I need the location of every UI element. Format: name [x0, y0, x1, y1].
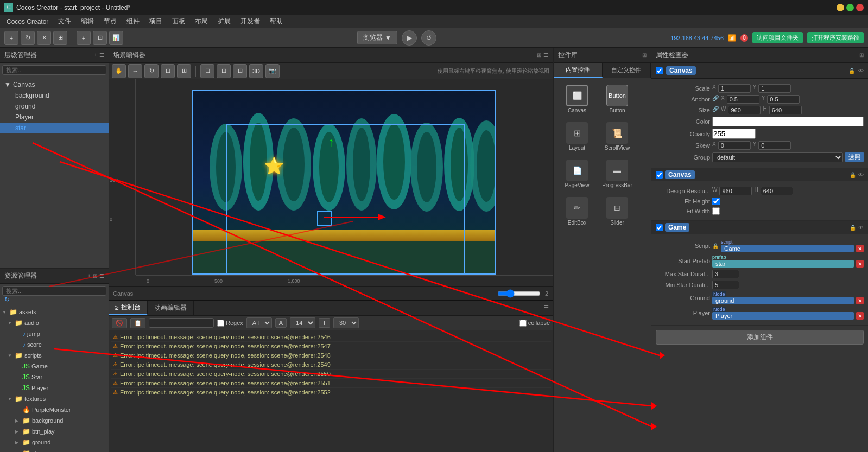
game-section-checkbox[interactable] [656, 224, 663, 231]
scene-snap-btn[interactable]: ⊟ [200, 64, 214, 78]
hierarchy-search-input[interactable] [2, 65, 106, 75]
script-remove-btn[interactable]: ✕ [856, 245, 864, 252]
console-clear-btn[interactable]: 🚫 [112, 318, 127, 328]
comp-tab-custom[interactable]: 自定义控件 [603, 63, 651, 78]
hierarchy-background-item[interactable]: background [0, 90, 109, 101]
toolbar-move-btn[interactable]: ⊡ [93, 31, 107, 45]
assets-refresh-icon[interactable]: ↻ [4, 296, 10, 303]
open-program-btn[interactable]: 打开程序安装路径 [807, 32, 864, 43]
console-copy-btn[interactable]: 📋 [130, 318, 145, 328]
player-node-ref[interactable]: Player [712, 312, 854, 320]
line-height-select[interactable]: 30 [333, 317, 359, 328]
asset-star-folder[interactable]: ▶ 📁 star [0, 448, 109, 452]
hierarchy-player-item[interactable]: Player [0, 112, 109, 123]
add-component-button[interactable]: 添加组件 [656, 330, 864, 345]
browser-selector[interactable]: 浏览器 ▼ [357, 31, 397, 44]
design-res-w-input[interactable] [719, 187, 752, 195]
menu-project[interactable]: 项目 [145, 16, 167, 27]
canvas-section-checkbox[interactable] [656, 171, 663, 179]
comp-button[interactable]: Button Button [598, 81, 636, 117]
scene-viewport[interactable]: ⭐ ↑ 👁 [141, 85, 547, 275]
collapse-checkbox[interactable] [519, 320, 527, 327]
assets-layout-icon[interactable]: ⊞ [93, 273, 97, 279]
toolbar-screen-btn[interactable]: ⊞ [53, 31, 67, 45]
asset-textures[interactable]: ▼ 📁 textures [0, 393, 109, 404]
tab-console[interactable]: ≥ 控制台 [109, 301, 148, 315]
asset-scripts[interactable]: ▼ 📁 scripts [0, 350, 109, 361]
game-section-lock[interactable]: 🔒 [850, 225, 856, 231]
scene-align-btn[interactable]: ⊞ [217, 64, 231, 78]
scene-rotate-tool[interactable]: ↻ [144, 64, 159, 78]
scale-x-input[interactable] [718, 84, 751, 93]
canvas-section-eye[interactable]: 👁 [858, 172, 864, 178]
scene-grid-btn[interactable]: ⊞ [233, 64, 247, 78]
toolbar-close-btn[interactable]: ✕ [37, 31, 51, 45]
scene-move-tool[interactable]: ↔ [128, 64, 142, 78]
comp-scrollview[interactable]: 📜 ScrollView [598, 119, 636, 154]
toolbar-stats-btn[interactable]: 📊 [109, 31, 123, 45]
assets-add-icon[interactable]: + [87, 273, 91, 279]
asset-ground-folder[interactable]: ▶ 📁 ground [0, 437, 109, 448]
menu-layout[interactable]: 布局 [191, 16, 212, 27]
scene-hand-tool[interactable]: ✋ [112, 64, 126, 78]
asset-jump[interactable]: ♪ jump [0, 328, 109, 339]
start-prefab-ref[interactable]: star [712, 260, 854, 268]
fit-height-checkbox[interactable] [712, 198, 720, 205]
game-section-eye[interactable]: 👁 [858, 225, 864, 231]
filter-select[interactable]: All [246, 317, 272, 328]
inspector-expand-icon[interactable]: ⊞ [859, 52, 864, 58]
menu-developer[interactable]: 开发者 [236, 16, 264, 27]
scene-canvas-container[interactable]: 500 0 [109, 79, 553, 286]
toolbar-add-btn[interactable]: + [4, 31, 18, 45]
menu-edit[interactable]: 编辑 [77, 16, 98, 27]
tab-animation-editor[interactable]: 动画编辑器 [148, 301, 194, 315]
assets-search-input[interactable] [2, 286, 106, 296]
console-search-input[interactable] [149, 318, 214, 328]
anchor-x-input[interactable] [727, 95, 759, 104]
assets-menu-icon[interactable]: ☰ [99, 273, 104, 279]
game-script-ref[interactable]: Game [721, 245, 854, 252]
menu-component[interactable]: 组件 [122, 16, 144, 27]
console-menu-icon[interactable]: ☰ [540, 301, 553, 315]
fit-width-checkbox[interactable] [712, 207, 720, 215]
canvas-section-header[interactable]: Canvas 🔒 👁 [651, 168, 868, 181]
menu-cocos-creator[interactable]: Cocos Creator [2, 17, 53, 27]
comp-progressbar[interactable]: ▬ ProgressBar [598, 156, 636, 192]
player-remove-btn[interactable]: ✕ [856, 312, 864, 320]
toolbar-add2-btn[interactable]: + [77, 31, 91, 45]
asset-background-folder[interactable]: ▶ 📁 background [0, 415, 109, 426]
canvas-section-lock[interactable]: 🔒 [850, 172, 856, 178]
visit-project-btn[interactable]: 访问项目文件夹 [752, 32, 803, 43]
asset-game-script[interactable]: JS Game [0, 361, 109, 372]
asset-star-script[interactable]: JS Star [0, 372, 109, 383]
scene-cam-btn[interactable]: 📷 [265, 64, 280, 78]
comp-pageview[interactable]: 📄 PageView [558, 156, 596, 192]
hierarchy-ground-item[interactable]: ground [0, 101, 109, 112]
min-star-input[interactable] [712, 281, 739, 289]
opacity-input[interactable] [712, 129, 756, 139]
anchor-y-input[interactable] [767, 95, 800, 104]
group-button[interactable]: 选照 [845, 152, 864, 162]
asset-audio[interactable]: ▼ 📁 audio [0, 317, 109, 328]
node-active-checkbox[interactable] [656, 67, 663, 74]
design-res-h-input[interactable] [761, 187, 793, 195]
scene-scale-tool[interactable]: ⊡ [161, 64, 175, 78]
refresh-button[interactable]: ↺ [421, 30, 436, 46]
asset-score[interactable]: ♪ score [0, 339, 109, 350]
comp-layout[interactable]: ⊞ Layout [558, 119, 596, 154]
max-star-input[interactable] [712, 270, 739, 278]
asset-purple-monster[interactable]: 🔥 PurpleMonster [0, 404, 109, 415]
play-button[interactable]: ▶ [402, 30, 417, 46]
skew-x-input[interactable] [718, 141, 751, 150]
comp-expand-icon[interactable]: ⊞ [642, 52, 647, 58]
comp-slider[interactable]: ⊟ Slider [598, 194, 636, 229]
comp-editbox[interactable]: ✏ EditBox [558, 194, 596, 229]
menu-file[interactable]: 文件 [54, 16, 75, 27]
scene-3d-btn[interactable]: 3D [249, 64, 263, 78]
comp-canvas[interactable]: ⬜ Canvas [558, 81, 596, 117]
hierarchy-menu-icon[interactable]: ☰ [99, 52, 104, 58]
minimize-button[interactable] [837, 4, 844, 11]
toolbar-refresh-btn[interactable]: ↻ [21, 31, 35, 45]
group-select[interactable]: default [712, 152, 843, 162]
color-picker[interactable] [712, 117, 864, 126]
